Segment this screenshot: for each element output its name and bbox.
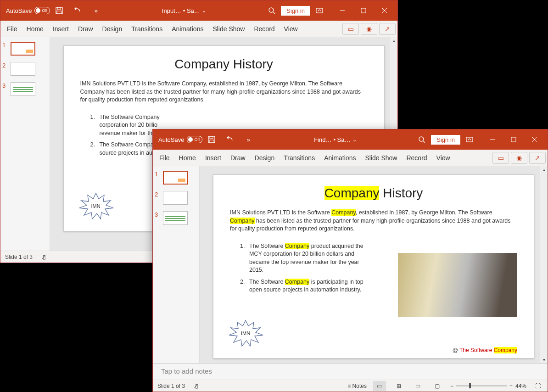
zoom-out-icon[interactable]: − [450,383,453,389]
sign-in-button[interactable]: Sign in [281,6,310,16]
tab-view[interactable]: View [280,22,302,35]
thumbnail-panel: 1 2 3 [0,37,50,251]
record-button-icon[interactable]: ◉ [511,152,527,164]
burst-shape: IMN [227,319,264,347]
autosave-toggle[interactable]: AutoSave Off [6,7,50,14]
thumbnail-panel: 1 2 3 [153,166,200,363]
svg-rect-5 [361,8,366,13]
close-button[interactable] [375,4,395,17]
slide-paragraph: IMN Solutions PVT LTD is the Software Co… [230,209,517,233]
maximize-button[interactable] [503,133,524,146]
burst-shape: IMN [78,192,114,220]
tab-home[interactable]: Home [22,22,48,35]
overflow-icon[interactable]: » [89,4,102,17]
tab-animations[interactable]: Animations [167,22,208,35]
svg-rect-9 [209,140,214,143]
tab-file[interactable]: File [2,22,22,35]
normal-view-icon[interactable]: ▭ [373,381,386,391]
comments-icon[interactable]: ▭ [342,23,359,35]
save-icon[interactable] [53,4,66,17]
save-icon[interactable] [205,133,218,146]
sorter-view-icon[interactable]: ⊞ [392,381,405,391]
status-bar: Slide 1 of 3 ▯̸ ≡ Notes ▭ ⊞ ▭̲ ▢ − + 44%… [153,380,548,392]
slide-list: The Software Company product acquired th… [230,242,368,294]
tab-slideshow[interactable]: Slide Show [208,22,249,35]
undo-icon[interactable] [224,133,236,146]
comments-icon[interactable]: ▭ [492,152,509,164]
minimize-button[interactable] [332,4,352,17]
autosave-toggle[interactable]: AutoSave Off [158,136,202,143]
slide-content[interactable]: Company History IMN Solutions PVT LTD is… [213,174,534,358]
tab-record[interactable]: Record [249,22,279,35]
tab-transitions[interactable]: Transitions [279,151,319,164]
slide-counter: Slide 1 of 3 [5,254,33,260]
thumbnail-3[interactable]: 3 [155,211,197,225]
autosave-label: AutoSave [6,7,32,14]
tab-animations[interactable]: Animations [319,151,360,164]
fit-to-window-icon[interactable]: ⛶ [533,382,543,390]
notes-pane[interactable]: Tap to add notes [153,363,548,380]
powerpoint-window-find: AutoSave Off » Find… • Sa… ⌄ Sign in Fil… [152,129,548,392]
zoom-slider[interactable] [456,385,507,386]
share-icon[interactable]: ↗ [529,152,546,164]
tab-view[interactable]: View [432,151,455,164]
thumbnail-3[interactable]: 3 [2,82,48,96]
slide-image [398,253,517,317]
tab-insert[interactable]: Insert [201,151,226,164]
copyright-text: @ The Software Company [453,347,517,353]
tab-record[interactable]: Record [402,151,431,164]
zoom-in-icon[interactable]: + [509,383,513,389]
ribbon-mode-icon[interactable] [463,133,476,146]
vertical-scrollbar[interactable]: ▴▾ [540,166,548,363]
record-button-icon[interactable]: ◉ [361,23,377,35]
slide-title: Company History [230,186,517,201]
sign-in-button[interactable]: Sign in [431,135,460,145]
list-item-1: The Software Company product acquired th… [246,242,368,274]
chevron-down-icon[interactable]: ⌄ [352,137,357,143]
tab-draw[interactable]: Draw [226,151,250,164]
slide-canvas[interactable]: Company History IMN Solutions PVT LTD is… [200,166,548,363]
zoom-percent[interactable]: 44% [515,383,526,389]
document-title: Find… • Sa… ⌄ [257,136,413,143]
autosave-label: AutoSave [158,136,184,143]
tab-slideshow[interactable]: Slide Show [360,151,402,164]
autosave-switch[interactable]: Off [34,7,50,14]
thumbnail-2[interactable]: 2 [155,191,197,205]
reading-view-icon[interactable]: ▭̲ [412,381,425,391]
ribbon-tabs: File Home Insert Draw Design Transitions… [153,150,548,166]
svg-rect-1 [57,7,61,10]
zoom-control[interactable]: − + 44% [450,383,526,389]
tab-file[interactable]: File [155,151,174,164]
svg-rect-2 [57,11,62,14]
search-icon[interactable] [265,4,278,17]
accessibility-icon[interactable]: ▯̸ [191,382,201,390]
thumbnail-2[interactable]: 2 [2,62,48,76]
maximize-button[interactable] [353,4,374,17]
window-controls [332,4,395,17]
tab-design[interactable]: Design [250,151,280,164]
notes-button[interactable]: ≡ Notes [347,383,367,389]
slide-counter: Slide 1 of 3 [157,383,185,389]
undo-icon[interactable] [71,4,84,17]
tab-design[interactable]: Design [98,22,127,35]
close-button[interactable] [525,133,545,146]
tab-draw[interactable]: Draw [73,22,98,35]
tab-insert[interactable]: Insert [48,22,73,35]
overflow-icon[interactable]: » [242,133,255,146]
minimize-button[interactable] [482,133,503,146]
svg-rect-8 [210,136,213,139]
tab-home[interactable]: Home [174,151,201,164]
svg-rect-12 [511,137,516,142]
titlebar: AutoSave Off » Find… • Sa… ⌄ Sign in [153,129,548,150]
thumbnail-1[interactable]: 1 [2,42,48,56]
autosave-switch[interactable]: Off [187,136,202,143]
slideshow-view-icon[interactable]: ▢ [431,381,444,391]
tab-transitions[interactable]: Transitions [127,22,167,35]
share-icon[interactable]: ↗ [379,23,396,35]
chevron-down-icon[interactable]: ⌄ [202,8,206,14]
accessibility-icon[interactable]: ▯̸ [39,253,49,261]
ribbon-mode-icon[interactable] [313,4,326,17]
thumbnail-1[interactable]: 1 [155,171,197,185]
titlebar: AutoSave Off » Input… • Sa… ⌄ Sign in [0,0,397,21]
search-icon[interactable] [415,133,428,146]
